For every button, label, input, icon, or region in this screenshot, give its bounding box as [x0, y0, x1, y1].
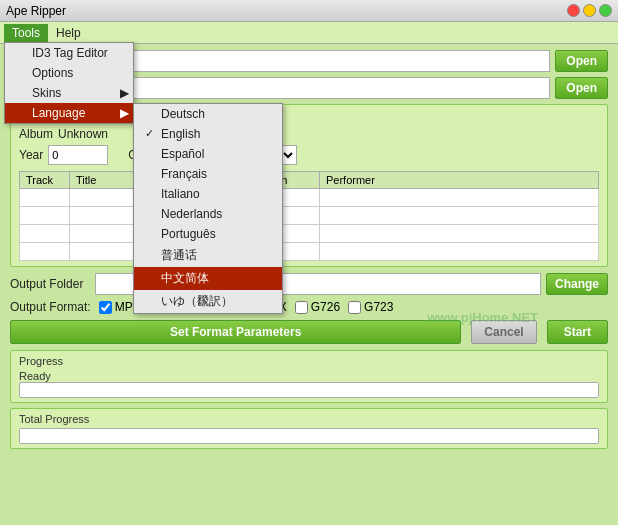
output-folder-label: Output Folder — [10, 277, 90, 291]
lang-portugues[interactable]: Português — [134, 224, 282, 244]
title-bar-buttons — [567, 4, 612, 17]
lang-francais[interactable]: Français — [134, 164, 282, 184]
buttons-row: Set Format Parameters Cancel Start — [10, 320, 608, 344]
total-progress-section: Total Progress — [10, 408, 608, 449]
album-label: Album — [19, 127, 53, 141]
lang-japanese[interactable]: いゆ（飜訳） — [134, 290, 282, 313]
ape-file-open-button[interactable]: Open — [555, 50, 608, 72]
lang-mandarin[interactable]: 普通话 — [134, 244, 282, 267]
menu-skins[interactable]: Skins ▶ — [5, 83, 133, 103]
col-performer: Performer — [320, 172, 599, 189]
lang-deutsch[interactable]: Deutsch — [134, 104, 282, 124]
year-input[interactable] — [48, 145, 108, 165]
lang-nederlands[interactable]: Nederlands — [134, 204, 282, 224]
lang-espanol[interactable]: Español — [134, 144, 282, 164]
track-table: Track Title Time-Length Performer — [19, 171, 599, 261]
progress-status: Ready — [19, 370, 599, 382]
table-row — [20, 243, 599, 261]
menu-options[interactable]: Options — [5, 63, 133, 83]
menu-tools[interactable]: Tools ID3 Tag Editor Options Skins ▶ Lan… — [4, 24, 48, 42]
cue-file-input[interactable] — [75, 77, 550, 99]
lang-chinese-simplified[interactable]: 中文简体 — [134, 267, 282, 290]
lang-italiano[interactable]: Italiano — [134, 184, 282, 204]
title-bar: Ape Ripper — [0, 0, 618, 22]
format-g726[interactable]: G726 — [295, 300, 340, 314]
maximize-button[interactable] — [599, 4, 612, 17]
year-label: Year — [19, 148, 43, 162]
ape-section: APE(CUE) Album Unknown Artist Unknown Ye… — [10, 104, 608, 267]
menu-bar: Tools ID3 Tag Editor Options Skins ▶ Lan… — [0, 22, 618, 44]
menu-help[interactable]: Help — [48, 24, 89, 42]
progress-bar — [19, 382, 599, 398]
checkbox-mp3[interactable] — [99, 301, 112, 314]
table-row — [20, 189, 599, 207]
col-track: Track — [20, 172, 70, 189]
checkbox-g723[interactable] — [348, 301, 361, 314]
change-button[interactable]: Change — [546, 273, 608, 295]
menu-id3-tag-editor[interactable]: ID3 Tag Editor — [5, 43, 133, 63]
close-button[interactable] — [567, 4, 580, 17]
ape-file-input[interactable] — [75, 50, 550, 72]
set-format-button[interactable]: Set Format Parameters — [10, 320, 461, 344]
format-g723[interactable]: G723 — [348, 300, 393, 314]
check-english: ✓ — [142, 127, 156, 140]
track-table-body — [20, 189, 599, 261]
cancel-button[interactable]: Cancel — [471, 320, 536, 344]
submenu-arrow-skins: ▶ — [120, 86, 129, 100]
output-folder-row: Output Folder Change — [10, 273, 608, 295]
progress-title: Progress — [19, 355, 599, 367]
total-progress-title: Total Progress — [19, 413, 599, 425]
submenu-arrow-language: ▶ — [120, 106, 129, 120]
progress-section: Progress Ready — [10, 350, 608, 403]
minimize-button[interactable] — [583, 4, 596, 17]
start-button[interactable]: Start — [547, 320, 608, 344]
menu-language[interactable]: Language ▶ Deutsch ✓ English Español — [5, 103, 133, 123]
total-progress-bar — [19, 428, 599, 444]
output-format-label: Output Format: — [10, 300, 91, 314]
lang-english[interactable]: ✓ English — [134, 124, 282, 144]
output-format-row: Output Format: MP3 WAV APE VOX G726 G723 — [10, 300, 608, 314]
checkbox-g726[interactable] — [295, 301, 308, 314]
cue-file-open-button[interactable]: Open — [555, 77, 608, 99]
table-row — [20, 207, 599, 225]
title-bar-title: Ape Ripper — [6, 4, 66, 18]
table-row — [20, 225, 599, 243]
